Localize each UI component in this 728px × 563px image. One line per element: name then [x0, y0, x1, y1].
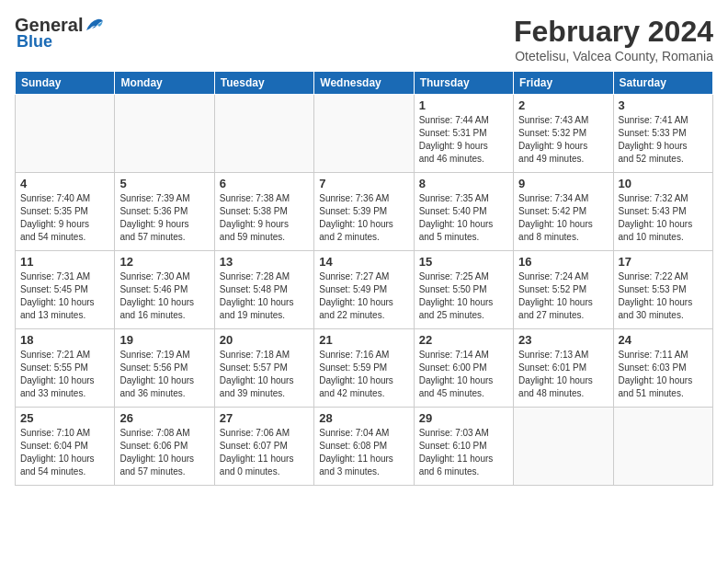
day-info: Sunrise: 7:32 AM Sunset: 5:43 PM Dayligh…: [619, 192, 708, 244]
day-info: Sunrise: 7:25 AM Sunset: 5:50 PM Dayligh…: [419, 270, 508, 322]
day-number: 1: [419, 98, 508, 112]
day-number: 17: [619, 255, 708, 269]
calendar-day-23: 23Sunrise: 7:13 AM Sunset: 6:01 PM Dayli…: [514, 329, 613, 408]
day-info: Sunrise: 7:31 AM Sunset: 5:45 PM Dayligh…: [20, 270, 109, 322]
calendar-day-28: 28Sunrise: 7:04 AM Sunset: 6:08 PM Dayli…: [314, 408, 414, 486]
calendar-day-27: 27Sunrise: 7:06 AM Sunset: 6:07 PM Dayli…: [214, 408, 313, 486]
calendar-day-8: 8Sunrise: 7:35 AM Sunset: 5:40 PM Daylig…: [414, 173, 513, 251]
day-info: Sunrise: 7:43 AM Sunset: 5:32 PM Dayligh…: [518, 114, 608, 166]
header-wednesday: Wednesday: [314, 72, 414, 95]
day-number: 2: [518, 98, 608, 112]
calendar-day-29: 29Sunrise: 7:03 AM Sunset: 6:10 PM Dayli…: [414, 408, 513, 486]
calendar-day-25: 25Sunrise: 7:10 AM Sunset: 6:04 PM Dayli…: [16, 408, 115, 486]
calendar-day-22: 22Sunrise: 7:14 AM Sunset: 6:00 PM Dayli…: [414, 329, 513, 408]
calendar-day-9: 9Sunrise: 7:34 AM Sunset: 5:42 PM Daylig…: [514, 173, 613, 251]
day-number: 29: [419, 411, 508, 425]
day-info: Sunrise: 7:21 AM Sunset: 5:55 PM Dayligh…: [20, 349, 109, 400]
day-info: Sunrise: 7:18 AM Sunset: 5:57 PM Dayligh…: [220, 349, 309, 400]
calendar-empty-cell: [314, 95, 414, 173]
calendar-day-20: 20Sunrise: 7:18 AM Sunset: 5:57 PM Dayli…: [214, 329, 313, 408]
calendar-day-13: 13Sunrise: 7:28 AM Sunset: 5:48 PM Dayli…: [214, 251, 313, 329]
calendar-empty-cell: [514, 408, 613, 486]
calendar-day-1: 1Sunrise: 7:44 AM Sunset: 5:31 PM Daylig…: [414, 95, 513, 173]
calendar-week-row: 1Sunrise: 7:44 AM Sunset: 5:31 PM Daylig…: [16, 95, 713, 173]
header-monday: Monday: [115, 72, 214, 95]
calendar-header-row: SundayMondayTuesdayWednesdayThursdayFrid…: [16, 72, 713, 95]
day-info: Sunrise: 7:08 AM Sunset: 6:06 PM Dayligh…: [119, 427, 209, 478]
title-block: February 2024 Otetelisu, Valcea County, …: [514, 15, 713, 63]
day-number: 18: [20, 333, 109, 347]
day-info: Sunrise: 7:04 AM Sunset: 6:08 PM Dayligh…: [319, 427, 408, 478]
day-info: Sunrise: 7:11 AM Sunset: 6:03 PM Dayligh…: [619, 349, 708, 400]
header-friday: Friday: [514, 72, 613, 95]
day-info: Sunrise: 7:36 AM Sunset: 5:39 PM Dayligh…: [319, 192, 408, 244]
day-info: Sunrise: 7:28 AM Sunset: 5:48 PM Dayligh…: [220, 270, 309, 322]
day-info: Sunrise: 7:39 AM Sunset: 5:36 PM Dayligh…: [119, 192, 209, 244]
day-info: Sunrise: 7:34 AM Sunset: 5:42 PM Dayligh…: [518, 192, 608, 244]
day-number: 9: [518, 177, 608, 190]
day-number: 10: [619, 177, 708, 190]
day-number: 4: [20, 177, 109, 190]
calendar-title: February 2024: [514, 15, 713, 49]
calendar-location: Otetelisu, Valcea County, Romania: [514, 49, 713, 63]
day-number: 8: [419, 177, 508, 190]
page-header: General Blue February 2024 Otetelisu, Va…: [15, 15, 713, 63]
day-number: 25: [20, 411, 109, 425]
calendar-week-row: 18Sunrise: 7:21 AM Sunset: 5:55 PM Dayli…: [16, 329, 713, 408]
calendar-day-17: 17Sunrise: 7:22 AM Sunset: 5:53 PM Dayli…: [613, 251, 712, 329]
logo-bird-icon: [85, 17, 105, 34]
calendar-day-26: 26Sunrise: 7:08 AM Sunset: 6:06 PM Dayli…: [115, 408, 214, 486]
day-info: Sunrise: 7:13 AM Sunset: 6:01 PM Dayligh…: [518, 349, 608, 400]
calendar-empty-cell: [16, 95, 115, 173]
calendar-empty-cell: [115, 95, 214, 173]
calendar-day-11: 11Sunrise: 7:31 AM Sunset: 5:45 PM Dayli…: [16, 251, 115, 329]
day-info: Sunrise: 7:41 AM Sunset: 5:33 PM Dayligh…: [619, 114, 708, 166]
day-number: 13: [220, 255, 309, 269]
calendar-day-18: 18Sunrise: 7:21 AM Sunset: 5:55 PM Dayli…: [16, 329, 115, 408]
calendar-day-7: 7Sunrise: 7:36 AM Sunset: 5:39 PM Daylig…: [314, 173, 414, 251]
logo-blue-text: Blue: [17, 32, 52, 52]
calendar-day-5: 5Sunrise: 7:39 AM Sunset: 5:36 PM Daylig…: [115, 173, 214, 251]
day-info: Sunrise: 7:35 AM Sunset: 5:40 PM Dayligh…: [419, 192, 508, 244]
day-number: 12: [119, 255, 209, 269]
day-info: Sunrise: 7:40 AM Sunset: 5:35 PM Dayligh…: [20, 192, 109, 244]
calendar-week-row: 11Sunrise: 7:31 AM Sunset: 5:45 PM Dayli…: [16, 251, 713, 329]
day-number: 28: [319, 411, 408, 425]
day-number: 3: [619, 98, 708, 112]
calendar-table: SundayMondayTuesdayWednesdayThursdayFrid…: [15, 71, 713, 486]
header-saturday: Saturday: [613, 72, 712, 95]
day-number: 15: [419, 255, 508, 269]
day-info: Sunrise: 7:22 AM Sunset: 5:53 PM Dayligh…: [619, 270, 708, 322]
calendar-day-4: 4Sunrise: 7:40 AM Sunset: 5:35 PM Daylig…: [16, 173, 115, 251]
calendar-week-row: 4Sunrise: 7:40 AM Sunset: 5:35 PM Daylig…: [16, 173, 713, 251]
day-info: Sunrise: 7:14 AM Sunset: 6:00 PM Dayligh…: [419, 349, 508, 400]
day-number: 19: [119, 333, 209, 347]
day-info: Sunrise: 7:03 AM Sunset: 6:10 PM Dayligh…: [419, 427, 508, 478]
calendar-day-10: 10Sunrise: 7:32 AM Sunset: 5:43 PM Dayli…: [613, 173, 712, 251]
logo: General Blue: [15, 15, 105, 52]
calendar-day-14: 14Sunrise: 7:27 AM Sunset: 5:49 PM Dayli…: [314, 251, 414, 329]
day-info: Sunrise: 7:24 AM Sunset: 5:52 PM Dayligh…: [518, 270, 608, 322]
calendar-day-15: 15Sunrise: 7:25 AM Sunset: 5:50 PM Dayli…: [414, 251, 513, 329]
calendar-empty-cell: [613, 408, 712, 486]
day-number: 5: [119, 177, 209, 190]
day-number: 11: [20, 255, 109, 269]
calendar-day-21: 21Sunrise: 7:16 AM Sunset: 5:59 PM Dayli…: [314, 329, 414, 408]
day-info: Sunrise: 7:38 AM Sunset: 5:38 PM Dayligh…: [220, 192, 309, 244]
day-number: 21: [319, 333, 408, 347]
calendar-day-16: 16Sunrise: 7:24 AM Sunset: 5:52 PM Dayli…: [514, 251, 613, 329]
day-number: 7: [319, 177, 408, 190]
day-number: 16: [518, 255, 608, 269]
day-number: 26: [119, 411, 209, 425]
day-number: 27: [220, 411, 309, 425]
calendar-day-6: 6Sunrise: 7:38 AM Sunset: 5:38 PM Daylig…: [214, 173, 313, 251]
day-info: Sunrise: 7:10 AM Sunset: 6:04 PM Dayligh…: [20, 427, 109, 478]
calendar-empty-cell: [214, 95, 313, 173]
day-number: 20: [220, 333, 309, 347]
day-number: 23: [518, 333, 608, 347]
calendar-week-row: 25Sunrise: 7:10 AM Sunset: 6:04 PM Dayli…: [16, 408, 713, 486]
calendar-day-24: 24Sunrise: 7:11 AM Sunset: 6:03 PM Dayli…: [613, 329, 712, 408]
day-info: Sunrise: 7:19 AM Sunset: 5:56 PM Dayligh…: [119, 349, 209, 400]
header-thursday: Thursday: [414, 72, 513, 95]
header-sunday: Sunday: [16, 72, 115, 95]
